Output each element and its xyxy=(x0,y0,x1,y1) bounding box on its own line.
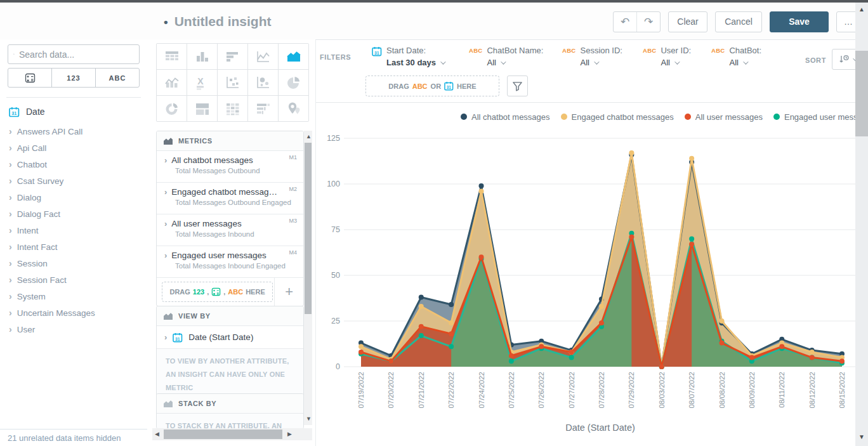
filter-tab-attributes[interactable]: ABC xyxy=(95,69,139,87)
expand-chevron-icon[interactable]: › xyxy=(164,332,167,342)
filter-chatbot[interactable]: ABCChatBot:All xyxy=(711,45,761,69)
viz-type-headline[interactable]: X xyxy=(187,70,217,95)
filter-user-id[interactable]: ABCUser ID:All xyxy=(643,45,691,69)
legend-label: All chatbot messages xyxy=(471,112,550,122)
sidebar-item-dialog[interactable]: ›Dialog xyxy=(9,189,143,206)
metrics-dropzone-row: DRAG 123 , , ABC HERE + xyxy=(157,278,303,306)
metrics-dropzone[interactable]: DRAG 123 , , ABC HERE xyxy=(162,282,273,302)
svg-text:31: 31 xyxy=(11,110,16,116)
scrollbar-thumb[interactable] xyxy=(164,430,282,439)
config-panel-horizontal-scrollbar[interactable]: ◀ ▶ xyxy=(152,428,312,440)
expand-chevron-icon[interactable]: › xyxy=(164,187,167,197)
viz-type-pie-chart[interactable] xyxy=(279,70,308,95)
viz-type-area-chart-selected[interactable] xyxy=(279,44,308,69)
scrollbar-thumb[interactable] xyxy=(305,143,312,314)
legend-item[interactable]: All user messages xyxy=(685,110,763,123)
stackby-bucket-header: STACK BY xyxy=(157,394,303,414)
calendar-icon: 31 xyxy=(372,46,382,56)
area-chart: 025507510012507/19/202207/20/202207/21/2… xyxy=(321,125,856,446)
redo-button[interactable]: ↷ xyxy=(637,12,660,32)
viz-type-geo-chart[interactable] xyxy=(279,96,308,121)
stackby-bucket-icon xyxy=(163,400,173,408)
legend-item[interactable]: Engaged chatbot messages xyxy=(561,110,674,123)
metric-item[interactable]: ›All user messagesM3Total Messages Inbou… xyxy=(157,214,303,246)
legend-color-dot xyxy=(773,114,780,120)
calendar-icon: 31 xyxy=(173,332,183,343)
sidebar-item-system[interactable]: ›System xyxy=(9,288,143,305)
viz-type-heatmap[interactable] xyxy=(218,96,247,121)
scroll-left-arrow-icon[interactable]: ◀ xyxy=(155,431,159,437)
filter-session-id[interactable]: ABCSession ID:All xyxy=(562,45,622,69)
chevron-down-icon xyxy=(440,59,445,64)
sidebar-item-csat-survey[interactable]: ›Csat Survey xyxy=(9,173,143,189)
svg-text:31: 31 xyxy=(374,51,379,55)
page-vertical-scrollbar[interactable]: ▲ ▼ xyxy=(855,0,868,446)
svg-text:31: 31 xyxy=(175,336,180,341)
sidebar-item-date[interactable]: 31 Date xyxy=(9,105,45,119)
save-button[interactable]: Save xyxy=(770,11,829,32)
catalog-item-label: User xyxy=(17,325,36,334)
metric-item[interactable]: ›Engaged user messagesM4Total Messages I… xyxy=(157,246,303,278)
legend-item[interactable]: All chatbot messages xyxy=(461,110,550,123)
viz-type-combo-chart[interactable] xyxy=(157,70,187,95)
sidebar-item-chatbot[interactable]: ›Chatbot xyxy=(9,156,143,173)
expand-chevron-icon: › xyxy=(9,192,12,202)
filter-tab-facts[interactable]: 123 xyxy=(51,69,95,87)
scroll-down-arrow-icon[interactable]: ▼ xyxy=(306,416,312,422)
expand-chevron-icon[interactable]: › xyxy=(164,155,167,165)
sidebar-item-answers-api-call[interactable]: ›Answers API Call xyxy=(9,123,143,140)
viewby-item-date[interactable]: › 31 Date (Start Date) xyxy=(157,326,303,349)
expand-chevron-icon[interactable]: › xyxy=(164,219,167,228)
filter-funnel-button[interactable] xyxy=(507,75,528,96)
metric-item[interactable]: ›Engaged chatbot messag…M2Total Messages… xyxy=(157,183,303,214)
legend-color-dot xyxy=(685,114,691,120)
filter-chatbot-name[interactable]: ABCChatBot Name:All xyxy=(469,45,543,69)
metric-item[interactable]: ›All chatbot messagesM1Total Messages Ou… xyxy=(157,151,303,183)
filter-start-date[interactable]: 31Start Date:Last 30 days xyxy=(372,45,444,69)
scrollbar-thumb[interactable] xyxy=(855,51,868,136)
expand-chevron-icon: › xyxy=(9,275,12,285)
viz-type-donut-chart[interactable] xyxy=(157,96,187,121)
viz-type-column-chart[interactable] xyxy=(187,44,217,69)
chevron-down-icon xyxy=(674,59,680,64)
sidebar-item-session[interactable]: ›Session xyxy=(9,255,143,272)
filter-dropzone[interactable]: DRAG ABC OR 31 HERE xyxy=(365,75,499,96)
search-icon xyxy=(13,49,15,59)
viz-type-table[interactable] xyxy=(157,44,187,69)
svg-text:X: X xyxy=(197,75,204,86)
sidebar-item-session-fact[interactable]: ›Session Fact xyxy=(9,272,143,288)
filter-value: All xyxy=(487,56,496,69)
search-input[interactable] xyxy=(19,49,134,60)
attribute-abc-icon: ABC xyxy=(469,47,482,69)
viz-type-bar-chart[interactable] xyxy=(218,44,247,69)
column-chart-icon xyxy=(195,49,210,64)
clear-button[interactable]: Clear xyxy=(668,11,707,32)
viz-type-bubble-chart[interactable] xyxy=(248,70,278,95)
bubble-chart-icon xyxy=(256,75,271,90)
sidebar-item-intent-fact[interactable]: ›Intent Fact xyxy=(9,239,143,255)
cancel-button[interactable]: Cancel xyxy=(715,11,762,32)
viz-type-line-chart[interactable] xyxy=(248,44,278,69)
filter-tab-calculated[interactable] xyxy=(8,69,51,87)
legend-label: All user messages xyxy=(695,112,763,122)
sidebar-item-user[interactable]: ›User xyxy=(9,321,143,338)
legend-item[interactable]: Engaged user messages xyxy=(773,110,868,123)
expand-chevron-icon[interactable]: › xyxy=(164,251,167,260)
filter-value: All xyxy=(580,56,589,69)
scroll-right-arrow-icon[interactable]: ▶ xyxy=(287,431,292,437)
sidebar-item-dialog-fact[interactable]: ›Dialog Fact xyxy=(9,206,143,222)
add-metric-button[interactable]: + xyxy=(274,278,303,306)
viz-type-treemap[interactable] xyxy=(187,96,217,121)
viz-type-scatter-plot[interactable] xyxy=(218,70,247,95)
sidebar-item-uncertain-messages[interactable]: ›Uncertain Messages xyxy=(9,305,143,321)
sidebar-item-api-call[interactable]: ›Api Call xyxy=(9,140,143,156)
config-panel-vertical-scrollbar[interactable]: ▲ ▼ xyxy=(304,131,312,425)
scroll-up-arrow-icon[interactable]: ▲ xyxy=(855,6,868,13)
viz-type-bullet-chart[interactable] xyxy=(248,96,278,121)
undo-button[interactable]: ↶ xyxy=(614,12,637,32)
sidebar-divider xyxy=(6,97,141,98)
scroll-up-arrow-icon[interactable]: ▲ xyxy=(306,134,312,140)
sidebar-item-intent[interactable]: ›Intent xyxy=(9,222,143,239)
insight-title[interactable]: •Untitled insight xyxy=(164,14,271,29)
scroll-down-arrow-icon[interactable]: ▼ xyxy=(855,433,868,440)
